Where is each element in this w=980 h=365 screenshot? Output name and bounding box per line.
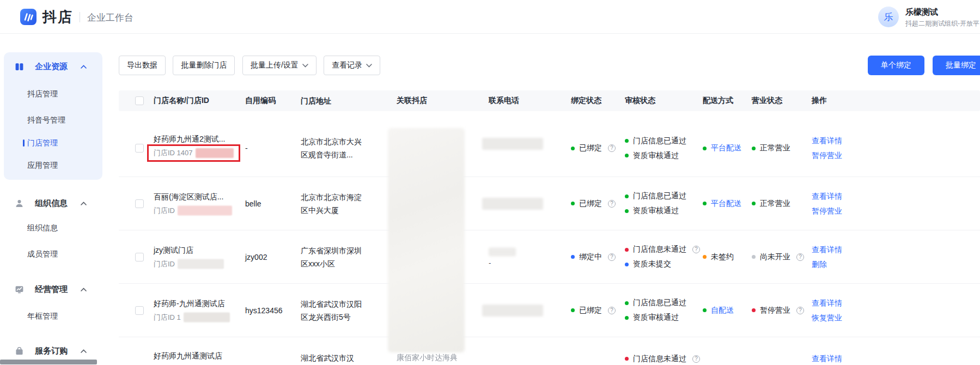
row-checkbox[interactable] [135, 306, 144, 315]
status-dot [625, 209, 629, 213]
view-records-dropdown[interactable]: 查看记录 [324, 56, 380, 75]
logo-divider [80, 12, 80, 22]
status-dot [625, 248, 629, 252]
store-id: 门店ID 1407 [154, 148, 193, 158]
chevron-up-icon [81, 349, 87, 354]
help-icon[interactable] [608, 144, 616, 152]
delivery-method-link[interactable]: 自配送 [711, 306, 734, 315]
sidebar-item-douyin-account-management[interactable]: 抖音号管理 [27, 115, 65, 126]
view-details-link[interactable]: 查看详情 [812, 242, 862, 257]
status-dot [752, 255, 756, 259]
delivery-method: 未签约 [711, 252, 734, 262]
status-dot [625, 357, 629, 361]
help-icon[interactable] [692, 246, 700, 253]
sidebar-section-organization-info[interactable]: 组织信息 [0, 198, 102, 210]
audit-status: 门店信息已通过 [633, 191, 686, 201]
store-name: 好药师九州通测试店 [154, 351, 251, 361]
sidebar-item-store-management[interactable]: 门店管理 [27, 138, 58, 149]
batch-delete-store-button[interactable]: 批量删除门店 [173, 56, 235, 75]
sidebar-item-store-shop-management[interactable]: 抖店管理 [27, 89, 58, 100]
status-dot [703, 308, 707, 312]
status-dot [703, 255, 707, 259]
column-header-custom-code: 自用编码 [245, 96, 297, 106]
custom-code: hys123456 [245, 306, 297, 315]
suspend-business-link[interactable]: 暂停营业 [812, 204, 862, 218]
view-details-link[interactable]: 查看详情 [812, 296, 862, 311]
delivery-method-link[interactable]: 平台配送 [711, 143, 741, 153]
suspend-business-link[interactable]: 暂停营业 [812, 148, 862, 163]
help-icon[interactable] [796, 253, 804, 261]
row-checkbox[interactable] [135, 144, 144, 153]
batch-upload-label: 批量上传/设置 [251, 60, 299, 70]
bind-status: 已绑定 [579, 306, 602, 315]
table-row: jzy测试门店 门店ID jzy002 广东省深圳市深圳区xxx小区 - [119, 230, 980, 283]
avatar[interactable]: 乐 [878, 7, 899, 27]
status-dot [752, 147, 756, 150]
table-row: 百丽(海淀区测试店... 门店ID belle 北京市北京市海淀区中兴大厦 已绑… [119, 177, 980, 230]
help-icon[interactable] [692, 355, 700, 363]
store-id: 门店ID [154, 259, 175, 269]
column-header-business-status: 营业状态 [752, 96, 809, 106]
app-window: 抖店 企业工作台 乐 乐檬测试 抖超二期测试组织-开放平 企业资源 抖店管理 抖… [0, 0, 980, 365]
logo-text: 抖店 [42, 8, 73, 27]
business-status: 正常营业 [760, 199, 790, 209]
store-name: jzy测试门店 [154, 245, 251, 255]
audit-status: 资质审核通过 [633, 206, 679, 216]
column-header-bind-status: 绑定状态 [571, 96, 623, 106]
sidebar: 企业资源 抖店管理 抖音号管理 门店管理 应用管理 组织信息 组织信息 成员管理 [0, 34, 109, 365]
delete-link[interactable]: 删除 [812, 257, 862, 272]
table-row: 好药师九州通测试店 湖北省武汉市汉 门店信息未通过 查看详情 [119, 337, 980, 365]
help-icon[interactable] [796, 307, 804, 314]
status-dot [703, 202, 707, 205]
store-address: 湖北省武汉市汉阳区龙兴西街5号 [301, 297, 362, 324]
blurred-phone [482, 138, 543, 150]
bind-status: 已绑定 [579, 199, 602, 209]
redacted-store-id [184, 312, 230, 322]
phone-value: - [489, 258, 492, 266]
sidebar-section-operations-management[interactable]: 经营管理 [0, 284, 102, 296]
status-dot [571, 308, 575, 312]
column-header-store-name-id: 门店名称/门店ID [154, 96, 251, 106]
view-details-link[interactable]: 查看详情 [812, 189, 862, 204]
user-organization: 抖超二期测试组织-开放平 [905, 19, 979, 28]
horizontal-scrollbar-thumb[interactable] [0, 360, 97, 364]
sidebar-section-company-resources[interactable]: 企业资源 [0, 61, 102, 73]
sidebar-section-label: 经营管理 [35, 284, 68, 295]
help-icon[interactable] [608, 200, 616, 208]
batch-bind-button[interactable]: 批量绑定 [933, 56, 980, 75]
bind-status: 已绑定 [579, 143, 602, 153]
table-header: 门店名称/门店ID 自用编码 门店地址 关联抖店 联系电话 绑定状态 审核状态 … [119, 90, 980, 111]
chevron-up-icon [81, 288, 87, 292]
custom-code: jzy002 [245, 253, 297, 261]
column-header-delivery-method: 配送方式 [703, 96, 753, 106]
view-details-link[interactable]: 查看详情 [812, 351, 862, 365]
sidebar-item-organization-info[interactable]: 组织信息 [27, 223, 58, 234]
help-icon[interactable] [608, 307, 616, 314]
row-checkbox[interactable] [135, 253, 144, 261]
status-dot [625, 301, 629, 305]
resume-business-link[interactable]: 恢复营业 [812, 311, 862, 325]
select-all-checkbox[interactable] [135, 96, 144, 105]
audit-status: 门店信息未通过 [633, 245, 686, 254]
main-content: 导出数据 批量删除门店 批量上传/设置 查看记录 单个绑定 批量绑定 [109, 34, 980, 365]
store-id: 门店ID [154, 205, 175, 215]
help-icon[interactable] [608, 253, 616, 261]
export-data-button[interactable]: 导出数据 [119, 56, 166, 75]
sidebar-section-service-order[interactable]: 服务订购 [0, 345, 102, 357]
column-header-contact-phone: 联系电话 [489, 96, 561, 106]
delivery-method-link[interactable]: 平台配送 [711, 199, 741, 209]
sidebar-item-app-management[interactable]: 应用管理 [27, 161, 58, 172]
view-details-link[interactable]: 查看详情 [812, 133, 862, 148]
batch-upload-settings-dropdown[interactable]: 批量上传/设置 [242, 56, 316, 75]
status-dot [571, 147, 575, 150]
status-dot [571, 202, 575, 205]
chevron-down-icon [302, 63, 308, 68]
single-bind-button[interactable]: 单个绑定 [868, 56, 924, 75]
redacted-store-id [196, 148, 234, 158]
row-checkbox[interactable] [135, 199, 144, 208]
status-dot [625, 154, 629, 157]
batch-delete-label: 批量删除门店 [181, 60, 227, 70]
sidebar-item-member-management[interactable]: 成员管理 [27, 250, 58, 260]
sidebar-section-label: 服务订购 [35, 346, 68, 356]
sidebar-item-annual-frame-management[interactable]: 年框管理 [27, 312, 58, 323]
